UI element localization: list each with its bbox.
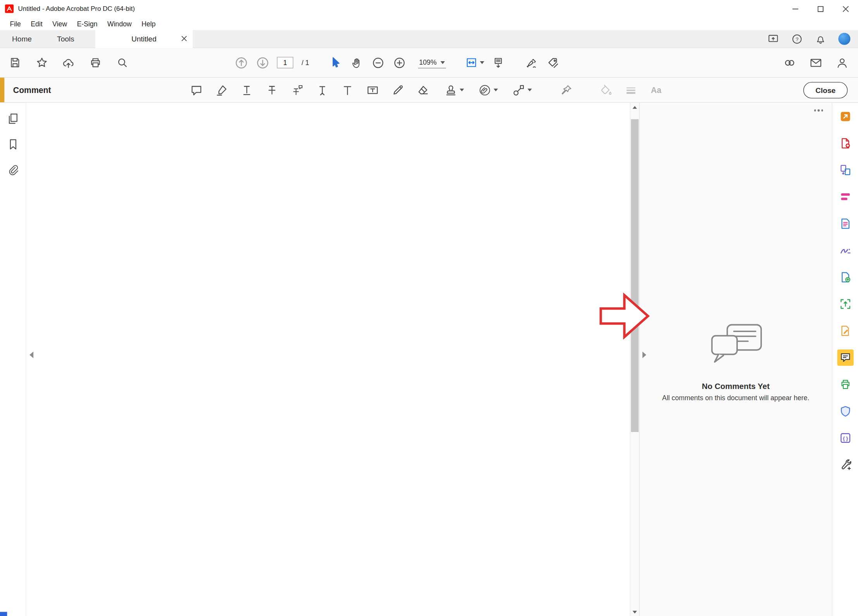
share-screen-icon[interactable] xyxy=(767,33,779,45)
acrobat-window: Untitled - Adobe Acrobat Pro DC (64-bit)… xyxy=(0,0,858,616)
document-page[interactable] xyxy=(26,103,630,616)
request-signatures-icon[interactable] xyxy=(838,270,853,284)
line-weight-icon[interactable] xyxy=(624,83,638,97)
combine-files-icon[interactable] xyxy=(838,163,853,177)
zoom-level-dropdown[interactable]: 109% xyxy=(418,57,446,69)
menu-bar: File Edit View E-Sign Window Help xyxy=(0,17,858,30)
export-pdf-icon[interactable] xyxy=(838,109,853,124)
zoom-out-icon[interactable] xyxy=(371,55,385,70)
tab-document[interactable]: Untitled xyxy=(95,30,193,48)
minimize-button[interactable] xyxy=(782,0,808,17)
window-title: Untitled - Adobe Acrobat Pro DC (64-bit) xyxy=(18,5,135,13)
collapse-left-panel-arrow[interactable] xyxy=(29,352,33,358)
insert-text-icon[interactable] xyxy=(315,83,330,97)
link-icon[interactable] xyxy=(782,55,797,70)
highlight-text-icon[interactable] xyxy=(214,83,229,97)
fit-width-dropdown[interactable] xyxy=(465,56,484,69)
pin-icon[interactable] xyxy=(559,83,573,97)
eraser-icon[interactable] xyxy=(416,83,430,97)
bookmarks-icon[interactable] xyxy=(6,137,20,151)
create-pdf-icon[interactable] xyxy=(838,136,853,150)
left-navigation-rail xyxy=(0,103,26,616)
menu-help[interactable]: Help xyxy=(136,20,161,28)
protect-shield-icon[interactable] xyxy=(838,404,853,418)
chevron-down-icon xyxy=(528,89,532,91)
add-text-comment-icon[interactable] xyxy=(340,83,355,97)
text-box-icon[interactable] xyxy=(366,83,380,97)
scroll-down-button[interactable] xyxy=(630,607,639,616)
menu-esign[interactable]: E-Sign xyxy=(72,20,102,28)
vertical-scrollbar[interactable] xyxy=(630,103,639,616)
red-arrow-annotation[interactable] xyxy=(597,289,651,343)
attachments-paperclip-icon[interactable] xyxy=(6,163,20,177)
drawing-tools-dropdown[interactable] xyxy=(512,83,532,96)
fill-and-sign-icon[interactable] xyxy=(838,243,853,258)
sign-pen-icon[interactable] xyxy=(525,55,539,70)
page-thumbnails-icon[interactable] xyxy=(6,112,20,126)
attach-file-dropdown[interactable] xyxy=(478,83,498,96)
stamp-dropdown[interactable] xyxy=(444,83,464,96)
scan-ocr-icon[interactable] xyxy=(838,297,853,311)
replace-text-icon[interactable] xyxy=(290,83,304,97)
notifications-bell-icon[interactable] xyxy=(815,33,827,45)
account-avatar[interactable] xyxy=(838,33,850,45)
comment-tool-icon[interactable] xyxy=(837,349,853,366)
strikethrough-text-icon[interactable] xyxy=(265,83,279,97)
save-icon[interactable] xyxy=(8,55,22,70)
user-icon[interactable] xyxy=(835,55,849,70)
scroll-up-button[interactable] xyxy=(630,103,639,112)
menu-file[interactable]: File xyxy=(5,20,26,28)
fit-width-icon xyxy=(465,56,478,69)
print-production-icon[interactable] xyxy=(838,377,853,392)
sticky-note-icon[interactable] xyxy=(189,83,204,97)
zoom-in-icon[interactable] xyxy=(392,55,407,70)
maximize-button[interactable] xyxy=(808,0,833,17)
tab-close-icon[interactable] xyxy=(181,36,187,42)
hand-tool-icon[interactable] xyxy=(350,55,364,70)
star-favorite-icon[interactable] xyxy=(35,55,49,70)
empty-state-title: No Comments Yet xyxy=(640,382,832,391)
chevron-down-icon xyxy=(440,61,445,64)
previous-page-icon[interactable] xyxy=(234,55,249,70)
fill-color-icon[interactable] xyxy=(599,83,613,97)
next-page-icon[interactable] xyxy=(256,55,270,70)
svg-text:{ }: { } xyxy=(842,436,848,441)
draw-pencil-icon[interactable] xyxy=(391,83,405,97)
text-properties-icon[interactable]: Aa xyxy=(649,83,663,97)
comments-illustration-icon xyxy=(705,322,767,372)
certificate-pen-icon[interactable] xyxy=(546,55,560,70)
tab-home[interactable]: Home xyxy=(0,30,44,48)
menu-view[interactable]: View xyxy=(47,20,72,28)
close-comment-button[interactable]: Close xyxy=(803,82,848,98)
share-cloud-icon[interactable] xyxy=(61,55,76,70)
menu-edit[interactable]: Edit xyxy=(26,20,48,28)
title-bar: Untitled - Adobe Acrobat Pro DC (64-bit) xyxy=(0,0,858,17)
stamp-icon xyxy=(444,83,457,96)
search-icon[interactable] xyxy=(115,55,129,70)
page-number-input[interactable] xyxy=(277,57,293,69)
print-icon[interactable] xyxy=(88,55,102,70)
empty-state-body: All comments on this document will appea… xyxy=(654,394,818,403)
document-tab-label: Untitled xyxy=(131,35,157,43)
scrollbar-thumb[interactable] xyxy=(631,119,639,432)
help-icon[interactable]: ? xyxy=(791,33,803,45)
underline-text-icon[interactable] xyxy=(240,83,254,97)
more-options-icon[interactable] xyxy=(814,109,823,111)
comment-toolbar: Comment xyxy=(0,77,858,103)
close-window-button[interactable] xyxy=(833,0,858,17)
page-count-label: / 1 xyxy=(302,59,309,67)
chevron-down-icon xyxy=(460,89,464,91)
main-toolbar: / 1 109% xyxy=(0,48,858,77)
zoom-level-value: 109% xyxy=(419,59,437,66)
javascript-icon[interactable]: { } xyxy=(838,431,853,445)
add-tools-wrench-icon[interactable] xyxy=(838,458,853,472)
tab-tools[interactable]: Tools xyxy=(44,30,88,48)
edit-pdf-icon[interactable] xyxy=(838,217,853,231)
page-scrolling-icon[interactable] xyxy=(491,55,506,70)
email-icon[interactable] xyxy=(809,55,823,70)
organize-pages-icon[interactable] xyxy=(838,190,853,204)
menu-window[interactable]: Window xyxy=(102,20,136,28)
right-tools-rail: { } xyxy=(832,103,858,616)
select-tool-icon[interactable] xyxy=(328,55,343,70)
prepare-form-icon[interactable] xyxy=(838,324,853,338)
